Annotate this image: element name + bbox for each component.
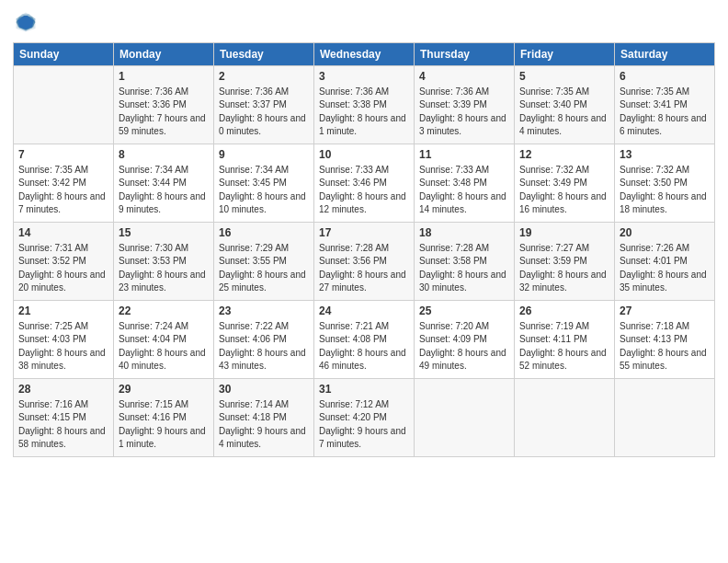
- calendar-cell: 8Sunrise: 7:34 AM Sunset: 3:44 PM Daylig…: [114, 144, 214, 223]
- day-number: 14: [18, 225, 108, 240]
- day-number: 13: [620, 147, 710, 162]
- page: SundayMondayTuesdayWednesdayThursdayFrid…: [0, 0, 728, 563]
- calendar-cell: 1Sunrise: 7:36 AM Sunset: 3:36 PM Daylig…: [114, 66, 214, 144]
- calendar-cell: 24Sunrise: 7:21 AM Sunset: 4:08 PM Dayli…: [314, 301, 415, 379]
- day-number: 7: [18, 147, 108, 162]
- day-number: 21: [18, 304, 108, 318]
- cell-info: Sunrise: 7:14 AM Sunset: 4:18 PM Dayligh…: [219, 399, 306, 449]
- cell-info: Sunrise: 7:32 AM Sunset: 3:49 PM Dayligh…: [519, 165, 607, 214]
- header-day-monday: Monday: [114, 43, 214, 66]
- calendar-cell: 4Sunrise: 7:36 AM Sunset: 3:39 PM Daylig…: [415, 66, 515, 144]
- cell-info: Sunrise: 7:12 AM Sunset: 4:20 PM Dayligh…: [319, 399, 406, 449]
- calendar-cell: 19Sunrise: 7:27 AM Sunset: 3:59 PM Dayli…: [515, 223, 615, 301]
- day-number: 11: [419, 147, 509, 162]
- cell-info: Sunrise: 7:28 AM Sunset: 3:58 PM Dayligh…: [419, 243, 506, 293]
- calendar-cell: 15Sunrise: 7:30 AM Sunset: 3:53 PM Dayli…: [114, 223, 214, 301]
- cell-info: Sunrise: 7:28 AM Sunset: 3:56 PM Dayligh…: [319, 243, 406, 293]
- calendar-cell: 21Sunrise: 7:25 AM Sunset: 4:03 PM Dayli…: [14, 301, 114, 379]
- logo: [13, 9, 40, 35]
- day-number: 19: [519, 225, 609, 240]
- calendar-cell: 5Sunrise: 7:35 AM Sunset: 3:40 PM Daylig…: [515, 66, 615, 144]
- header-day-thursday: Thursday: [415, 43, 515, 66]
- cell-info: Sunrise: 7:34 AM Sunset: 3:45 PM Dayligh…: [219, 165, 306, 214]
- day-number: 16: [219, 225, 309, 240]
- day-number: 3: [319, 69, 409, 84]
- cell-info: Sunrise: 7:30 AM Sunset: 3:53 PM Dayligh…: [119, 243, 206, 293]
- header: [13, 9, 715, 35]
- calendar-cell: 22Sunrise: 7:24 AM Sunset: 4:04 PM Dayli…: [114, 301, 214, 379]
- header-day-saturday: Saturday: [615, 43, 715, 66]
- day-number: 28: [18, 382, 108, 396]
- calendar-cell: 9Sunrise: 7:34 AM Sunset: 3:45 PM Daylig…: [214, 144, 314, 223]
- calendar-cell: [14, 66, 114, 144]
- cell-info: Sunrise: 7:35 AM Sunset: 3:40 PM Dayligh…: [519, 86, 607, 136]
- calendar-cell: 18Sunrise: 7:28 AM Sunset: 3:58 PM Dayli…: [415, 223, 515, 301]
- week-row-5: 28Sunrise: 7:16 AM Sunset: 4:15 PM Dayli…: [14, 379, 715, 457]
- day-number: 15: [119, 225, 209, 240]
- day-number: 8: [119, 147, 209, 162]
- week-row-3: 14Sunrise: 7:31 AM Sunset: 3:52 PM Dayli…: [14, 223, 715, 301]
- cell-info: Sunrise: 7:22 AM Sunset: 4:06 PM Dayligh…: [219, 321, 306, 371]
- calendar-cell: [515, 379, 615, 457]
- calendar-cell: 11Sunrise: 7:33 AM Sunset: 3:48 PM Dayli…: [415, 144, 515, 223]
- header-day-friday: Friday: [515, 43, 615, 66]
- calendar-cell: 16Sunrise: 7:29 AM Sunset: 3:55 PM Dayli…: [214, 223, 314, 301]
- cell-info: Sunrise: 7:36 AM Sunset: 3:37 PM Dayligh…: [219, 86, 306, 136]
- cell-info: Sunrise: 7:36 AM Sunset: 3:38 PM Dayligh…: [319, 86, 406, 136]
- day-number: 10: [319, 147, 409, 162]
- calendar-cell: 28Sunrise: 7:16 AM Sunset: 4:15 PM Dayli…: [14, 379, 114, 457]
- calendar-cell: [615, 379, 715, 457]
- cell-info: Sunrise: 7:19 AM Sunset: 4:11 PM Dayligh…: [519, 321, 607, 371]
- calendar-cell: 7Sunrise: 7:35 AM Sunset: 3:42 PM Daylig…: [14, 144, 114, 223]
- week-row-4: 21Sunrise: 7:25 AM Sunset: 4:03 PM Dayli…: [14, 301, 715, 379]
- day-number: 9: [219, 147, 309, 162]
- week-row-1: 1Sunrise: 7:36 AM Sunset: 3:36 PM Daylig…: [14, 66, 715, 144]
- day-number: 31: [319, 382, 409, 396]
- cell-info: Sunrise: 7:15 AM Sunset: 4:16 PM Dayligh…: [119, 399, 206, 449]
- cell-info: Sunrise: 7:16 AM Sunset: 4:15 PM Dayligh…: [18, 399, 106, 449]
- header-day-wednesday: Wednesday: [314, 43, 415, 66]
- calendar-cell: [415, 379, 515, 457]
- header-day-tuesday: Tuesday: [214, 43, 314, 66]
- calendar-cell: 27Sunrise: 7:18 AM Sunset: 4:13 PM Dayli…: [615, 301, 715, 379]
- day-number: 2: [219, 69, 309, 84]
- day-number: 25: [419, 304, 509, 318]
- day-number: 18: [419, 225, 509, 240]
- calendar-cell: 10Sunrise: 7:33 AM Sunset: 3:46 PM Dayli…: [314, 144, 415, 223]
- calendar-cell: 6Sunrise: 7:35 AM Sunset: 3:41 PM Daylig…: [615, 66, 715, 144]
- calendar-cell: 3Sunrise: 7:36 AM Sunset: 3:38 PM Daylig…: [314, 66, 415, 144]
- cell-info: Sunrise: 7:36 AM Sunset: 3:36 PM Dayligh…: [119, 86, 206, 136]
- calendar-cell: 12Sunrise: 7:32 AM Sunset: 3:49 PM Dayli…: [515, 144, 615, 223]
- cell-info: Sunrise: 7:27 AM Sunset: 3:59 PM Dayligh…: [519, 243, 607, 293]
- calendar-cell: 29Sunrise: 7:15 AM Sunset: 4:16 PM Dayli…: [114, 379, 214, 457]
- cell-info: Sunrise: 7:31 AM Sunset: 3:52 PM Dayligh…: [18, 243, 106, 293]
- cell-info: Sunrise: 7:33 AM Sunset: 3:46 PM Dayligh…: [319, 165, 406, 214]
- cell-info: Sunrise: 7:33 AM Sunset: 3:48 PM Dayligh…: [419, 165, 506, 214]
- day-number: 1: [119, 69, 209, 84]
- calendar-cell: 25Sunrise: 7:20 AM Sunset: 4:09 PM Dayli…: [415, 301, 515, 379]
- cell-info: Sunrise: 7:34 AM Sunset: 3:44 PM Dayligh…: [119, 165, 206, 214]
- cell-info: Sunrise: 7:25 AM Sunset: 4:03 PM Dayligh…: [18, 321, 106, 371]
- day-number: 12: [519, 147, 609, 162]
- cell-info: Sunrise: 7:35 AM Sunset: 3:42 PM Dayligh…: [18, 165, 106, 214]
- logo-icon: [13, 9, 39, 35]
- calendar-cell: 14Sunrise: 7:31 AM Sunset: 3:52 PM Dayli…: [14, 223, 114, 301]
- day-number: 24: [319, 304, 409, 318]
- calendar-table: SundayMondayTuesdayWednesdayThursdayFrid…: [13, 42, 715, 457]
- calendar-cell: 13Sunrise: 7:32 AM Sunset: 3:50 PM Dayli…: [615, 144, 715, 223]
- cell-info: Sunrise: 7:20 AM Sunset: 4:09 PM Dayligh…: [419, 321, 506, 371]
- cell-info: Sunrise: 7:24 AM Sunset: 4:04 PM Dayligh…: [119, 321, 206, 371]
- cell-info: Sunrise: 7:21 AM Sunset: 4:08 PM Dayligh…: [319, 321, 406, 371]
- day-number: 30: [219, 382, 309, 396]
- cell-info: Sunrise: 7:26 AM Sunset: 4:01 PM Dayligh…: [620, 243, 707, 293]
- day-number: 5: [519, 69, 609, 84]
- header-row: SundayMondayTuesdayWednesdayThursdayFrid…: [14, 43, 715, 66]
- day-number: 17: [319, 225, 409, 240]
- day-number: 23: [219, 304, 309, 318]
- calendar-cell: 17Sunrise: 7:28 AM Sunset: 3:56 PM Dayli…: [314, 223, 415, 301]
- day-number: 6: [620, 69, 710, 84]
- cell-info: Sunrise: 7:18 AM Sunset: 4:13 PM Dayligh…: [620, 321, 707, 371]
- calendar-cell: 26Sunrise: 7:19 AM Sunset: 4:11 PM Dayli…: [515, 301, 615, 379]
- cell-info: Sunrise: 7:36 AM Sunset: 3:39 PM Dayligh…: [419, 86, 506, 136]
- cell-info: Sunrise: 7:35 AM Sunset: 3:41 PM Dayligh…: [620, 86, 707, 136]
